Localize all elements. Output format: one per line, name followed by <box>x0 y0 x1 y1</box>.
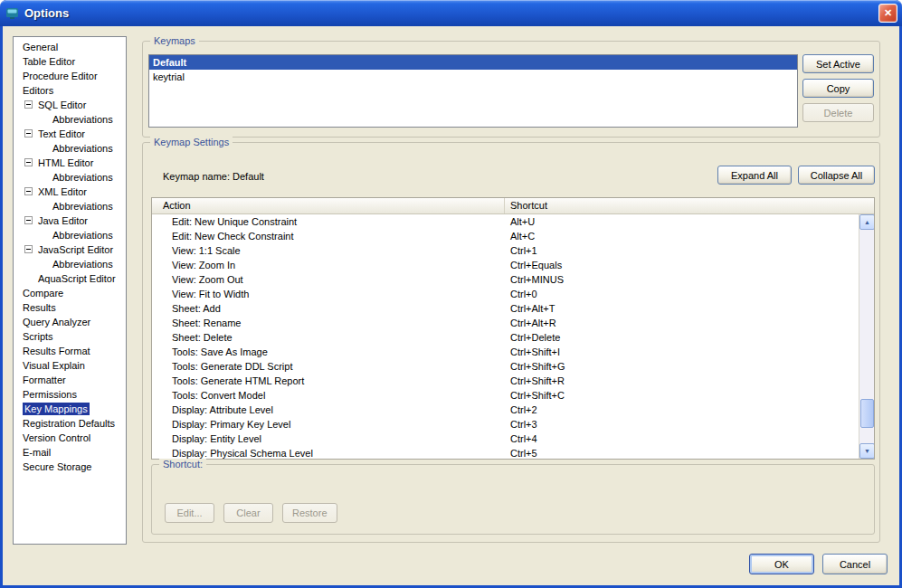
titlebar[interactable]: Options ✕ <box>0 0 902 26</box>
collapse-expander-icon[interactable] <box>24 100 33 109</box>
collapse-expander-icon[interactable] <box>24 245 33 253</box>
table-row[interactable]: Display: Entity Level Ctrl+4 <box>152 432 859 446</box>
cancel-button[interactable]: Cancel <box>822 554 888 574</box>
shortcut-cell: Ctrl+Shift+R <box>505 374 859 388</box>
sidebar-item[interactable]: Abbreviations <box>14 257 126 271</box>
sidebar-item[interactable]: Permissions <box>14 387 126 402</box>
shortcut-action-button[interactable]: Clear <box>223 503 273 523</box>
sidebar-item[interactable]: JavaScript Editor <box>14 242 126 257</box>
sidebar-item-label: General <box>23 42 58 52</box>
table-row[interactable]: Edit: New Unique Constraint Alt+U <box>152 214 859 229</box>
shortcut-table: Action Shortcut Edit: New Unique Constra… <box>151 197 875 460</box>
sidebar-item[interactable]: AquaScript Editor <box>14 271 126 286</box>
expand-all-button[interactable]: Expand All <box>717 166 792 185</box>
table-row[interactable]: Sheet: Rename Ctrl+Alt+R <box>152 316 859 330</box>
table-row[interactable]: View: 1:1 Scale Ctrl+1 <box>152 243 859 258</box>
table-row[interactable]: Tools: Generate HTML Report Ctrl+Shift+R <box>152 374 859 388</box>
collapse-expander-icon[interactable] <box>24 216 33 224</box>
sidebar-item-label: Results <box>23 302 56 313</box>
sidebar-item[interactable]: Key Mappings <box>14 402 126 416</box>
sidebar-item[interactable]: Procedure Editor <box>14 69 126 83</box>
shortcut-action-button[interactable]: Edit... <box>165 503 214 523</box>
keymap-action-button[interactable]: Set Active <box>802 54 874 73</box>
table-row[interactable]: Tools: Generate DDL Script Ctrl+Shift+G <box>152 359 859 374</box>
ok-button[interactable]: OK <box>749 554 814 574</box>
keymap-settings-title: Keymap Settings <box>150 137 233 147</box>
table-body: Edit: New Unique Constraint Alt+U Edit: … <box>152 214 859 459</box>
shortcut-group: Shortcut: Edit...ClearRestore <box>151 464 875 535</box>
sidebar-item[interactable]: General <box>14 40 126 54</box>
sidebar-item[interactable]: HTML Editor <box>14 156 126 170</box>
sidebar-item[interactable]: Compare <box>14 286 126 300</box>
sidebar-item[interactable]: Abbreviations <box>14 170 126 185</box>
sidebar-item[interactable]: Query Analyzer <box>14 315 126 329</box>
scroll-up-icon[interactable]: ▲ <box>859 214 875 230</box>
sidebar-item[interactable]: Abbreviations <box>14 141 126 156</box>
collapse-expander-icon[interactable] <box>24 129 33 138</box>
table-header: Action Shortcut <box>152 198 874 214</box>
sidebar-item[interactable]: Registration Defaults <box>14 416 126 431</box>
sidebar-item[interactable]: Results <box>14 300 126 315</box>
vertical-scrollbar[interactable]: ▲ ▼ <box>859 214 874 459</box>
sidebar-item[interactable]: Formatter <box>14 373 126 387</box>
action-cell: View: Fit to Width <box>152 287 505 301</box>
sidebar-item-label: Abbreviations <box>52 172 113 183</box>
action-cell: Edit: New Check Constraint <box>152 229 505 243</box>
shortcut-cell: Ctrl+Shift+G <box>505 359 859 374</box>
keymap-action-button[interactable]: Copy <box>802 79 874 98</box>
sidebar-item[interactable]: Scripts <box>14 329 126 344</box>
sidebar-item-label: Permissions <box>23 389 77 400</box>
action-cell: Display: Attribute Level <box>152 403 505 417</box>
keymap-list-item[interactable]: keytrial <box>149 70 797 84</box>
column-header-shortcut[interactable]: Shortcut <box>505 198 874 213</box>
table-row[interactable]: View: Zoom Out Ctrl+MINUS <box>152 272 859 287</box>
table-row[interactable]: View: Fit to Width Ctrl+0 <box>152 287 859 301</box>
sidebar-item[interactable]: SQL Editor <box>14 98 126 112</box>
table-row[interactable]: Display: Physical Schema Level Ctrl+5 <box>152 446 859 459</box>
sidebar-item[interactable]: Abbreviations <box>14 228 126 242</box>
action-cell: Display: Primary Key Level <box>152 417 505 432</box>
sidebar-item[interactable]: Results Format <box>14 344 126 358</box>
table-row[interactable]: Tools: Save As Image Ctrl+Shift+I <box>152 345 859 359</box>
shortcut-group-title: Shortcut: <box>159 459 206 469</box>
scroll-down-icon[interactable]: ▼ <box>859 443 875 459</box>
sidebar-item[interactable]: Java Editor <box>14 213 126 228</box>
sidebar-item[interactable]: E-mail <box>14 445 126 460</box>
table-row[interactable]: Display: Primary Key Level Ctrl+3 <box>152 417 859 432</box>
sidebar-item-label: Abbreviations <box>52 259 113 270</box>
close-button[interactable]: ✕ <box>878 4 897 23</box>
sidebar-item-label: Abbreviations <box>52 143 113 154</box>
keymap-action-button[interactable]: Delete <box>802 103 874 122</box>
shortcut-cell: Ctrl+2 <box>505 403 859 417</box>
column-header-action[interactable]: Action <box>152 198 505 213</box>
sidebar-item[interactable]: Abbreviations <box>14 112 126 127</box>
sidebar-item[interactable]: Secure Storage <box>14 460 126 474</box>
sidebar-item-label: Abbreviations <box>52 201 113 212</box>
collapse-all-button[interactable]: Collapse All <box>798 166 875 185</box>
action-cell: Sheet: Delete <box>152 330 505 345</box>
sidebar-item[interactable]: Editors <box>14 83 126 98</box>
sidebar-item[interactable]: Table Editor <box>14 54 126 69</box>
sidebar-item-label: Abbreviations <box>52 114 113 125</box>
table-row[interactable]: Edit: New Check Constraint Alt+C <box>152 229 859 243</box>
table-row[interactable]: Sheet: Delete Ctrl+Delete <box>152 330 859 345</box>
shortcut-cell: Ctrl+1 <box>505 243 859 258</box>
table-row[interactable]: Sheet: Add Ctrl+Alt+T <box>152 301 859 316</box>
table-row[interactable]: Display: Attribute Level Ctrl+2 <box>152 403 859 417</box>
sidebar-item[interactable]: Version Control <box>14 431 126 445</box>
table-row[interactable]: View: Zoom In Ctrl+Equals <box>152 258 859 272</box>
table-row[interactable]: Tools: Convert Model Ctrl+Shift+C <box>152 388 859 403</box>
action-cell: Edit: New Unique Constraint <box>152 214 505 229</box>
sidebar-item[interactable]: Text Editor <box>14 127 126 141</box>
sidebar-item[interactable]: Visual Explain <box>14 358 126 373</box>
scrollbar-thumb[interactable] <box>860 399 874 428</box>
shortcut-cell: Ctrl+4 <box>505 432 859 446</box>
sidebar-item[interactable]: XML Editor <box>14 185 126 199</box>
action-cell: Tools: Generate HTML Report <box>152 374 505 388</box>
shortcut-action-button[interactable]: Restore <box>282 503 337 523</box>
collapse-expander-icon[interactable] <box>24 158 33 166</box>
keymap-settings-group: Keymap Settings Keymap name: Default Exp… <box>142 142 880 543</box>
keymap-list-item[interactable]: Default <box>149 55 797 70</box>
sidebar-item[interactable]: Abbreviations <box>14 199 126 213</box>
collapse-expander-icon[interactable] <box>24 187 33 195</box>
